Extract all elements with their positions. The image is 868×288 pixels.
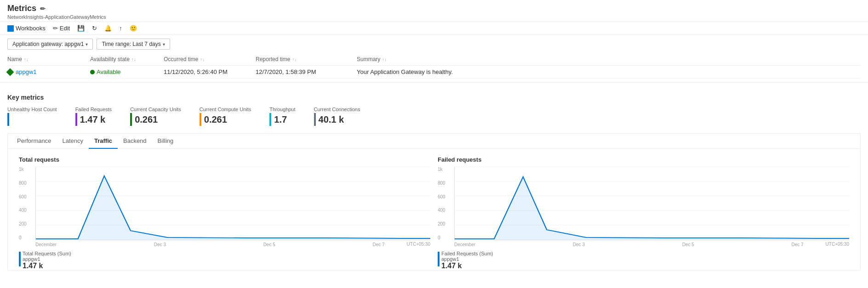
metric-throughput: Throughput 1.7 (269, 107, 295, 126)
col-reported: Reported time ↑↓ (256, 56, 357, 62)
edit-icon: ✏ (53, 25, 58, 32)
edit-button[interactable]: ✏ Edit (53, 25, 70, 32)
bell-button[interactable]: 🔔 (104, 25, 112, 32)
gateway-filter-chevron: ▾ (86, 42, 88, 47)
col-availability: Availability state ↑↓ (90, 56, 164, 62)
refresh-button[interactable]: ↻ (92, 25, 97, 32)
failed-requests-svg (455, 167, 849, 240)
metric-bar-blue (7, 113, 9, 126)
timerange-filter[interactable]: Time range: Last 7 days ▾ (97, 39, 170, 50)
green-dot-icon (90, 70, 95, 74)
failed-requests-chart: Failed requests (434, 156, 853, 270)
feedback-icon: 🙂 (130, 25, 137, 32)
total-requests-chart-area (35, 167, 430, 240)
toolbar: Workbooks ✏ Edit 💾 ↻ 🔔 ↑ 🙂 (0, 22, 868, 35)
failed-requests-chart-area (454, 167, 849, 240)
table-row: appgw1 Available 11/12/2020, 5:26:40 PM … (7, 66, 861, 79)
metric-bar-purple (75, 113, 77, 126)
gateway-filter[interactable]: Application gateway: appgw1 ▾ (7, 39, 93, 50)
feedback-button[interactable]: 🙂 (130, 25, 137, 32)
metric-unhealthy-host: Unhealthy Host Count (7, 107, 57, 126)
metric-bar-lightblue (269, 113, 271, 126)
total-requests-x-labels: December Dec 3 Dec 5 Dec 7 (35, 242, 403, 247)
charts-section: Total requests (8, 149, 860, 270)
metric-connections-label: Current Connections (314, 107, 360, 112)
key-metrics-section: Key metrics Unhealthy Host Count Failed … (0, 86, 868, 130)
tab-latency[interactable]: Latency (57, 134, 89, 149)
svg-marker-11 (455, 177, 849, 240)
metric-bar-slate (314, 113, 316, 126)
col-occurred: Occurred time ↑↓ (164, 56, 256, 62)
gateway-name-cell[interactable]: appgw1 (7, 68, 90, 75)
metric-compute-units: Current Compute Units 0.261 (200, 107, 251, 126)
failed-requests-legend-bar (438, 252, 440, 266)
failed-requests-legend-text: Failed Requests (Sum) appgw1 1.47 k (441, 251, 493, 270)
tab-billing[interactable]: Billing (152, 134, 179, 149)
failed-requests-legend: Failed Requests (Sum) appgw1 1.47 k (438, 251, 849, 270)
failed-requests-chart-wrapper: December Dec 3 Dec 5 Dec 7 UTC+05:30 1k … (454, 167, 849, 247)
metric-failed-label: Failed Requests (75, 107, 112, 112)
total-requests-chart-wrapper: December Dec 3 Dec 5 Dec 7 UTC+05:30 1k … (35, 167, 430, 247)
metric-capacity-label: Current Capacity Units (130, 107, 181, 112)
tab-backend[interactable]: Backend (118, 134, 152, 149)
failed-requests-legend-line: Failed Requests (Sum) appgw1 1.47 k (438, 251, 849, 270)
metric-throughput-value: 1.7 (269, 113, 295, 126)
workbooks-icon (7, 25, 14, 32)
metric-failed-value: 1.47 k (75, 113, 112, 126)
top-bar: Metrics ✏ NetworkInsights-ApplicationGat… (0, 0, 868, 22)
total-requests-y-labels: 1k 800 600 400 200 0 (19, 167, 27, 240)
metric-compute-value: 0.261 (200, 113, 251, 126)
workbooks-label: Workbooks (16, 25, 46, 32)
metric-failed-requests: Failed Requests 1.47 k (75, 107, 112, 126)
metric-capacity-units: Current Capacity Units 0.261 (130, 107, 181, 126)
metric-connections-value: 40.1 k (314, 113, 360, 126)
total-requests-legend-line: Total Requests (Sum) appgw1 1.47 k (19, 251, 430, 270)
reported-cell: 12/7/2020, 1:58:39 PM (256, 68, 357, 75)
failed-requests-y-labels: 1k 800 600 400 200 0 (438, 167, 445, 240)
save-button[interactable]: 💾 (77, 25, 85, 32)
total-requests-title: Total requests (19, 156, 430, 163)
breadcrumb: NetworkInsights-ApplicationGatewayMetric… (7, 14, 861, 20)
metric-capacity-value: 0.261 (130, 113, 181, 126)
tab-performance[interactable]: Performance (11, 134, 57, 149)
name-sort-icon[interactable]: ↑↓ (24, 57, 29, 62)
total-requests-svg (36, 167, 430, 240)
failed-requests-utc: UTC+05:30 (826, 242, 849, 247)
metric-bar-orange (200, 113, 201, 126)
key-metrics-title: Key metrics (7, 94, 861, 101)
svg-marker-5 (36, 176, 430, 240)
page-title-row: Metrics ✏ (7, 4, 861, 13)
alerts-table: Name ↑↓ Availability state ↑↓ Occurred t… (0, 53, 868, 79)
workbooks-button[interactable]: Workbooks (7, 25, 46, 32)
failed-requests-x-labels: December Dec 3 Dec 5 Dec 7 (454, 242, 822, 247)
share-icon: ↑ (119, 25, 122, 32)
availability-sort-icon[interactable]: ↑↓ (131, 57, 136, 62)
bell-icon: 🔔 (104, 25, 112, 32)
total-requests-legend-bar (19, 252, 21, 266)
occurred-cell: 11/12/2020, 5:26:40 PM (164, 68, 256, 75)
metric-unhealthy-host-label: Unhealthy Host Count (7, 107, 57, 112)
refresh-icon: ↻ (92, 25, 97, 32)
metric-connections: Current Connections 40.1 k (314, 107, 360, 126)
filters-bar: Application gateway: appgw1 ▾ Time range… (0, 35, 868, 53)
col-summary: Summary ↑↓ (357, 56, 824, 62)
page-title: Metrics (7, 4, 36, 13)
summary-sort-icon[interactable]: ↑↓ (382, 57, 387, 62)
metric-compute-label: Current Compute Units (200, 107, 251, 112)
col-name: Name ↑↓ (7, 56, 90, 62)
tab-traffic[interactable]: Traffic (89, 134, 118, 149)
summary-cell: Your Application Gateway is healthy. (357, 68, 824, 75)
title-edit-icon[interactable]: ✏ (40, 5, 46, 12)
edit-label: Edit (60, 25, 70, 32)
diamond-icon (6, 68, 14, 76)
occurred-sort-icon[interactable]: ↑↓ (200, 57, 205, 62)
share-button[interactable]: ↑ (119, 25, 122, 32)
failed-requests-title: Failed requests (438, 156, 849, 163)
table-header: Name ↑↓ Availability state ↑↓ Occurred t… (7, 53, 861, 66)
gateway-filter-label: Application gateway: appgw1 (12, 41, 84, 47)
page-container: Metrics ✏ NetworkInsights-ApplicationGat… (0, 0, 868, 271)
timerange-filter-label: Time range: Last 7 days (102, 41, 160, 47)
reported-sort-icon[interactable]: ↑↓ (292, 57, 297, 62)
timerange-filter-chevron: ▾ (163, 42, 165, 47)
save-icon: 💾 (77, 25, 85, 32)
